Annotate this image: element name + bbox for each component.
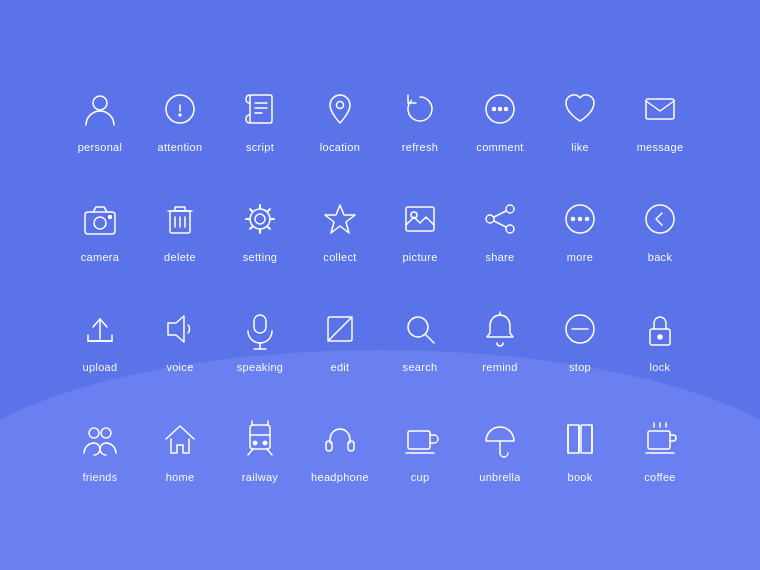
icon-picture: picture xyxy=(380,175,460,285)
unbrella-label: unbrella xyxy=(479,471,521,483)
svg-rect-73 xyxy=(648,431,670,449)
svg-point-8 xyxy=(337,102,344,109)
comment-icon xyxy=(478,87,522,131)
back-label: back xyxy=(648,251,672,263)
script-label: script xyxy=(246,141,274,153)
svg-point-3 xyxy=(179,114,181,116)
icon-voice: voice xyxy=(140,285,220,395)
like-icon xyxy=(558,87,602,131)
svg-line-44 xyxy=(426,335,434,343)
svg-point-43 xyxy=(408,317,428,337)
icon-lock: lock xyxy=(620,285,700,395)
refresh-icon xyxy=(398,87,442,131)
icon-script: script xyxy=(220,65,300,175)
svg-point-50 xyxy=(89,428,99,438)
icon-book: book xyxy=(540,395,620,505)
svg-point-10 xyxy=(493,108,496,111)
svg-rect-38 xyxy=(254,315,266,333)
railway-label: railway xyxy=(242,471,278,483)
icon-personal: personal xyxy=(60,65,140,175)
lock-icon xyxy=(638,307,682,351)
remind-label: remind xyxy=(482,361,517,373)
svg-point-12 xyxy=(505,108,508,111)
stop-icon xyxy=(558,307,602,351)
icon-location: location xyxy=(300,65,380,175)
location-label: location xyxy=(320,141,360,153)
setting-label: setting xyxy=(243,251,278,263)
icon-comment: comment xyxy=(460,65,540,175)
setting-icon xyxy=(238,197,282,241)
icon-message: message xyxy=(620,65,700,175)
svg-line-56 xyxy=(248,449,253,455)
svg-rect-61 xyxy=(348,441,354,451)
icon-refresh: refresh xyxy=(380,65,460,175)
icon-more: more xyxy=(540,175,620,285)
svg-point-28 xyxy=(506,225,514,233)
collect-icon xyxy=(318,197,362,241)
svg-rect-60 xyxy=(326,441,332,451)
edit-icon xyxy=(318,307,362,351)
speaking-label: speaking xyxy=(237,361,283,373)
comment-label: comment xyxy=(476,141,523,153)
icon-attention: attention xyxy=(140,65,220,175)
icon-share: share xyxy=(460,175,540,285)
icon-back: back xyxy=(620,175,700,285)
svg-rect-62 xyxy=(408,431,430,449)
svg-rect-65 xyxy=(568,425,579,453)
like-label: like xyxy=(571,141,589,153)
svg-marker-37 xyxy=(168,316,184,342)
delete-label: delete xyxy=(164,251,196,263)
home-label: home xyxy=(166,471,195,483)
svg-line-57 xyxy=(267,449,272,455)
coffee-icon xyxy=(638,417,682,461)
svg-point-15 xyxy=(94,217,106,229)
icon-unbrella: unbrella xyxy=(460,395,540,505)
personal-label: personal xyxy=(78,141,123,153)
lock-label: lock xyxy=(650,361,671,373)
voice-label: voice xyxy=(166,361,193,373)
svg-point-11 xyxy=(499,108,502,111)
more-icon xyxy=(558,197,602,241)
camera-label: camera xyxy=(81,251,119,263)
home-icon xyxy=(158,417,202,461)
icon-setting: setting xyxy=(220,175,300,285)
personal-icon xyxy=(78,87,122,131)
icon-speaking: speaking xyxy=(220,285,300,395)
message-label: message xyxy=(637,141,684,153)
icon-upload: upload xyxy=(60,285,140,395)
icon-coffee: coffee xyxy=(620,395,700,505)
svg-point-26 xyxy=(506,205,514,213)
icon-railway: railway xyxy=(220,395,300,505)
svg-point-22 xyxy=(250,209,270,229)
cup-icon xyxy=(398,417,442,461)
svg-rect-13 xyxy=(646,99,674,119)
search-icon xyxy=(398,307,442,351)
delete-icon xyxy=(158,197,202,241)
icon-grid: personal attention script location refre… xyxy=(40,45,720,525)
edit-label: edit xyxy=(331,361,350,373)
upload-icon xyxy=(78,307,122,351)
railway-icon xyxy=(238,417,282,461)
attention-icon xyxy=(158,87,202,131)
speaking-icon xyxy=(238,307,282,351)
picture-label: picture xyxy=(402,251,437,263)
picture-icon xyxy=(398,197,442,241)
friends-label: friends xyxy=(82,471,117,483)
back-icon xyxy=(638,197,682,241)
icon-collect: collect xyxy=(300,175,380,285)
voice-icon xyxy=(158,307,202,351)
upload-label: upload xyxy=(83,361,118,373)
icon-delete: delete xyxy=(140,175,220,285)
remind-icon xyxy=(478,307,522,351)
svg-point-51 xyxy=(101,428,111,438)
cup-label: cup xyxy=(411,471,430,483)
icon-camera: camera xyxy=(60,175,140,285)
more-label: more xyxy=(567,251,593,263)
svg-point-16 xyxy=(109,216,112,219)
svg-point-21 xyxy=(255,214,265,224)
svg-point-35 xyxy=(646,205,674,233)
svg-point-49 xyxy=(658,335,662,339)
book-icon xyxy=(558,417,602,461)
svg-point-32 xyxy=(572,218,575,221)
stop-label: stop xyxy=(569,361,591,373)
